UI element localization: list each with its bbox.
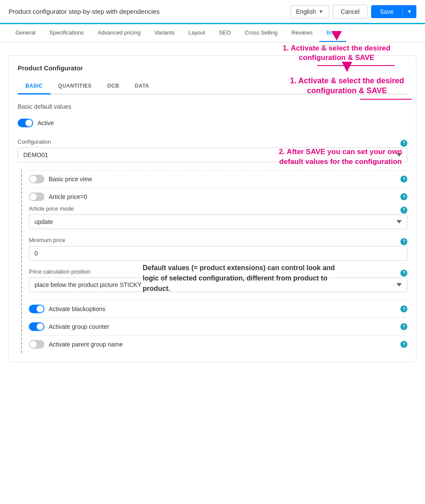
minimum-price-label-row: Minimum price ? [29, 237, 407, 246]
article-price-mode-select[interactable]: update replace none [29, 214, 407, 229]
configuration-help-icon[interactable]: ? [400, 140, 407, 147]
activate-parent-group-name-row: Activate parent group name ? [29, 335, 407, 353]
article-price-mode-label-row: Article price mode ? [29, 205, 407, 214]
header-actions: English ▼ Cancel Save ▼ [291, 5, 416, 19]
basic-price-view-toggle[interactable] [29, 175, 44, 183]
tab-variants[interactable]: Variants [147, 24, 181, 42]
language-label: English [296, 8, 316, 15]
activate-group-counter-wrapper: Activate group counter [29, 322, 396, 331]
article-price-mode-label: Article price mode [29, 205, 74, 212]
dashed-section: Default values (= product extensions) ca… [21, 170, 407, 353]
section-title: Product Configurator [18, 64, 407, 72]
chevron-down-icon: ▼ [407, 9, 412, 15]
configuration-label: Configuration [18, 139, 51, 145]
active-toggle-wrapper: Active [18, 119, 407, 127]
activate-group-counter-row: Activate group counter ? [29, 318, 407, 335]
price-calc-position-field: Price calculation position ? place below… [29, 268, 407, 292]
basic-defaults-title: Basic default values [18, 103, 407, 110]
activate-parent-group-name-toggle[interactable] [29, 340, 44, 349]
language-selector[interactable]: English ▼ [291, 5, 329, 18]
activate-blackoptions-label: Activate blackoptions [49, 306, 106, 312]
chevron-down-icon: ▼ [319, 9, 324, 15]
content-area: 1. Activate & select the desired configu… [0, 42, 425, 379]
price-calc-position-help-icon[interactable]: ? [400, 270, 407, 277]
activate-blackoptions-toggle[interactable] [29, 305, 44, 313]
activate-blackoptions-wrapper: Activate blackoptions [29, 305, 396, 313]
tab-specifications[interactable]: Specifications [42, 24, 91, 42]
save-dropdown-button[interactable]: ▼ [402, 5, 416, 18]
product-configurator-card: 1. Activate & select the desired configu… [9, 55, 416, 362]
tab-seo[interactable]: SEO [212, 24, 237, 42]
activate-group-counter-label: Activate group counter [49, 323, 109, 330]
tab-cross-selling[interactable]: Cross Selling [237, 24, 284, 42]
basic-price-view-wrapper: Basic price view [29, 175, 396, 183]
minimum-price-label: Minimum price [29, 237, 66, 243]
inner-tabs: BASIC QUANTITIES OCB DATA [18, 79, 407, 94]
nav-tabs: General Specifications Advanced pricing … [0, 24, 425, 42]
save-button-group: Save ▼ [371, 5, 416, 18]
activate-blackoptions-row: Activate blackoptions ? [29, 300, 407, 318]
price-calc-position-label: Price calculation position [29, 268, 91, 275]
activate-parent-group-name-help-icon[interactable]: ? [400, 341, 407, 348]
toggle-slider [29, 192, 44, 201]
configuration-select[interactable]: DEMO01 [18, 148, 407, 162]
save-button[interactable]: Save [371, 5, 402, 18]
active-label: Active [38, 120, 54, 126]
inner-tab-basic[interactable]: BASIC [18, 79, 50, 94]
minimum-price-input[interactable] [29, 246, 407, 261]
minimum-price-field: Minimum price ? [29, 237, 407, 261]
tab-general[interactable]: General [9, 24, 42, 42]
inner-tab-ocb[interactable]: OCB [100, 79, 127, 94]
toggle-slider [29, 340, 44, 349]
tab-layout[interactable]: Layout [181, 24, 212, 42]
basic-defaults-section: Basic default values Active [18, 103, 407, 132]
article-price-zero-help-icon[interactable]: ? [400, 193, 407, 200]
inner-tab-quantities[interactable]: QUANTITIES [50, 79, 100, 94]
active-toggle[interactable] [18, 119, 33, 127]
configuration-field: Configuration ? 2. After SAVE you can se… [18, 139, 407, 162]
activate-blackoptions-help-icon[interactable]: ? [400, 306, 407, 312]
article-price-zero-label: Article price=0 [49, 193, 87, 200]
activate-parent-group-name-wrapper: Activate parent group name [29, 340, 396, 349]
basic-price-view-label: Basic price view [49, 176, 92, 183]
article-price-zero-wrapper: Article price=0 [29, 192, 396, 201]
toggle-slider [18, 119, 33, 127]
basic-price-view-row: Basic price view ? [29, 170, 407, 188]
active-toggle-row: Active [18, 114, 407, 132]
article-price-mode-help-icon[interactable]: ? [400, 207, 407, 214]
tab-reviews[interactable]: Reviews [284, 24, 319, 42]
minimum-price-help-icon[interactable]: ? [400, 238, 407, 245]
header: Product configurator step-by-step with d… [0, 0, 425, 24]
activate-parent-group-name-label: Activate parent group name [49, 341, 123, 348]
cancel-button[interactable]: Cancel [333, 5, 368, 19]
toggle-slider [29, 175, 44, 183]
price-calc-position-select[interactable]: place below the product picture STICKY p… [29, 277, 407, 292]
article-price-zero-row: Article price=0 ? [29, 188, 407, 205]
article-price-mode-field: Article price mode ? update replace none [29, 205, 407, 229]
basic-price-view-help-icon[interactable]: ? [400, 176, 407, 183]
article-price-zero-toggle[interactable] [29, 192, 44, 201]
annotation-h-line [360, 99, 412, 100]
toggle-slider [29, 305, 44, 313]
page-title: Product configurator step-by-step with d… [9, 8, 159, 15]
tab-bogx[interactable]: Bogx [319, 24, 346, 42]
activate-group-counter-help-icon[interactable]: ? [400, 323, 407, 330]
tab-advanced-pricing[interactable]: Advanced pricing [91, 24, 147, 42]
configuration-label-row: Configuration ? [18, 139, 407, 148]
activate-group-counter-toggle[interactable] [29, 322, 44, 331]
price-calc-position-label-row: Price calculation position ? [29, 268, 407, 277]
inner-tab-data[interactable]: DATA [127, 79, 157, 94]
toggle-slider [29, 322, 44, 331]
